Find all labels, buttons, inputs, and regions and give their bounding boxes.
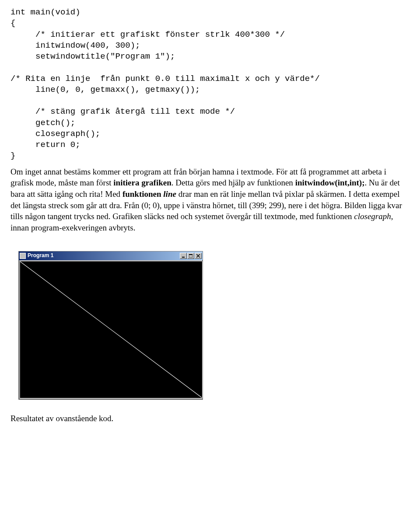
maximize-icon (189, 254, 192, 258)
body-paragraph: Om inget annat bestäms kommer ett progra… (10, 166, 410, 234)
window-title: Program 1 (28, 252, 180, 259)
titlebar[interactable]: Program 1 (19, 251, 203, 260)
minimize-button[interactable] (180, 253, 187, 259)
svg-line-5 (20, 262, 202, 398)
window-icon (20, 253, 26, 259)
graphics-canvas (20, 261, 203, 398)
italic-run: closegraph (354, 212, 391, 221)
svg-rect-0 (182, 257, 185, 258)
text-run: . Detta görs med hjälp av funktionen (172, 178, 295, 187)
bold-run: initiera grafiken (113, 178, 171, 187)
bold-italic-run: line (163, 189, 176, 199)
close-button[interactable] (195, 253, 202, 259)
close-icon (196, 254, 200, 258)
code-block: int main(void) { /* initierar ett grafis… (10, 7, 410, 162)
diagonal-line (20, 262, 202, 398)
figure-caption: Resultatet av ovanstående kod. (10, 413, 410, 424)
minimize-icon (182, 254, 185, 258)
svg-rect-2 (189, 254, 192, 255)
output-window: Program 1 (18, 251, 203, 400)
bold-run: funktionen (122, 189, 163, 199)
maximize-button[interactable] (187, 253, 194, 259)
bold-run: initwindow(int,int); (295, 178, 365, 187)
